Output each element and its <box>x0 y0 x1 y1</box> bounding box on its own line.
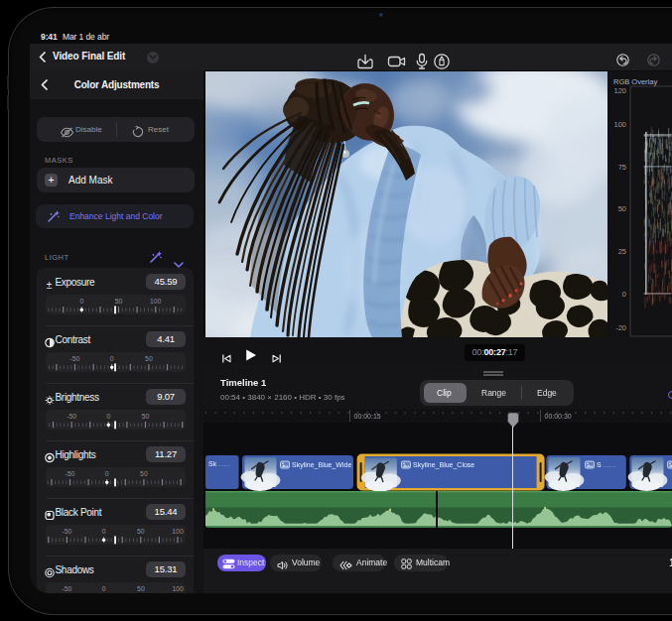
svg-text:50: 50 <box>115 297 123 304</box>
svg-text:Skyline_Blue_Close: Skyline_Blue_Close <box>413 461 474 469</box>
svg-text:0: 0 <box>110 354 114 361</box>
svg-text:50: 50 <box>137 527 145 534</box>
svg-text:.......: ....... <box>603 461 616 468</box>
svg-text:0: 0 <box>102 527 106 534</box>
svg-text:Skyline_Blue_Wide: Skyline_Blue_Wide <box>292 461 351 469</box>
svg-text:-50: -50 <box>62 527 71 534</box>
svg-text:S: S <box>597 461 602 468</box>
svg-text:00:00:15: 00:00:15 <box>354 413 381 420</box>
svg-text:0: 0 <box>102 584 106 591</box>
svg-text:-50: -50 <box>67 412 76 419</box>
svg-text:0: 0 <box>79 297 83 304</box>
svg-text:±: ± <box>47 280 53 291</box>
svg-text:50: 50 <box>145 354 153 361</box>
svg-text:50: 50 <box>137 584 145 591</box>
svg-text:50: 50 <box>142 412 150 419</box>
svg-text:100: 100 <box>172 584 184 591</box>
svg-text:-50: -50 <box>63 584 72 591</box>
svg-text:100: 100 <box>172 527 184 534</box>
svg-text:0: 0 <box>105 469 109 476</box>
svg-text:50: 50 <box>140 469 148 476</box>
svg-text:0: 0 <box>106 412 110 419</box>
svg-text:100: 100 <box>150 297 162 304</box>
svg-text:-50: -50 <box>70 354 80 361</box>
svg-text:......: ...... <box>218 460 230 467</box>
svg-text:-50: -50 <box>66 469 75 476</box>
svg-text:Sk: Sk <box>208 460 217 467</box>
svg-text:00:00:30: 00:00:30 <box>545 413 572 420</box>
